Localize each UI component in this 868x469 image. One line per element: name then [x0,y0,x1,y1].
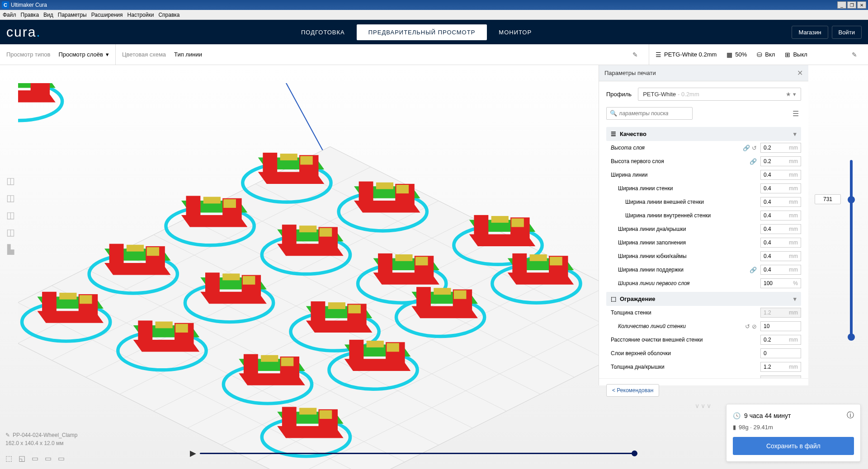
close-window-button[interactable]: ✕ [857,1,866,9]
recommended-button[interactable]: < Рекомендован [606,384,659,397]
profile-selector[interactable]: PETG-White - 0.2mm ★ ▾ [638,88,801,101]
initial-line-width-input[interactable]: 100% [760,278,801,288]
link-icon[interactable]: 🔗 [750,267,757,273]
print-time: 9 часа 44 минут [744,412,791,419]
chevron-down-icon: ▾ [106,51,109,58]
panel-close-icon[interactable]: ✕ [797,69,803,77]
app-header: cura. ПОДГОТОВКА ПРЕДВАРИТЕЛЬНЫЙ ПРОСМОТ… [0,20,868,44]
pencil-icon[interactable]: ✎ [5,432,10,438]
view-front-icon[interactable]: ▭ [32,454,38,463]
wall-line-count-input[interactable]: 10 [760,321,801,331]
menu-file[interactable]: Файл [3,12,16,18]
marketplace-button[interactable]: Магазин [792,26,828,39]
timeline-track[interactable] [200,453,637,454]
layer-slider-bottom-handle[interactable] [848,333,855,341]
timeline-handle[interactable] [632,450,637,456]
menu-settings[interactable]: Параметры [58,12,87,18]
inner-wall-line-width-input[interactable]: 0.4mm [760,211,801,220]
category-walls[interactable]: ⬚ Ограждение ▾ [606,292,801,306]
reset-icon[interactable]: ↺ [752,145,757,151]
minimize-button[interactable]: _ [837,1,846,9]
outer-wall-line-width-input[interactable]: 0.4mm [760,197,801,207]
adhesion-summary: ⊞Выкл [785,51,807,58]
edit-settings-icon[interactable]: ✎ [852,51,862,58]
tab-preview[interactable]: ПРЕДВАРИТЕЛЬНЫЙ ПРОСМОТР [357,24,487,40]
color-scheme-dropdown[interactable]: Тип линии [174,51,202,58]
support-line-width-input[interactable]: 0.4mm [760,265,801,275]
chevron-down-icon: ▾ [793,131,797,137]
menu-extensions[interactable]: Расширения [91,12,123,18]
initial-layer-height-input[interactable]: 0.2mm [760,156,801,166]
support-icon: ⛁ [757,51,762,58]
top-bottom-thickness-input[interactable]: 1.2mm [760,362,801,372]
model-info: ✎PP-044-024-Wheel_Clamp 162.0 x 140.4 x … [5,432,77,446]
view-iso-icon[interactable]: ◱ [19,454,25,463]
link-icon[interactable]: 🔗 [743,145,750,151]
link-icon[interactable]: 🔗 [750,158,757,165]
layer-slider-top-handle[interactable] [848,196,855,203]
tool-model-1[interactable]: ◫ [3,174,18,188]
fx-icon[interactable]: ⊘ [752,323,757,330]
menu-bar: Файл Правка Вид Параметры Расширения Нас… [0,10,868,20]
cura-logo: cura. [6,24,41,40]
left-toolbar: ◫ ◫ ◫ ◫ ▙ [3,174,18,257]
skirt-line-width-input[interactable]: 0.4mm [760,251,801,261]
settings-search-input[interactable] [606,107,693,120]
play-icon[interactable]: ▶ [190,448,196,458]
build-plate [18,83,642,469]
tool-model-5[interactable]: ▙ [3,242,18,257]
tool-model-3[interactable]: ◫ [3,208,18,222]
outer-wall-wipe-input[interactable]: 0.2mm [760,335,801,345]
app-icon: C [2,1,9,9]
tab-monitor[interactable]: МОНИТОР [487,24,543,40]
model-dimensions: 162.0 x 140.4 x 12.0 мм [5,440,77,446]
window-title: Ultimaker Cura [11,2,837,8]
adhesion-icon: ⊞ [785,51,790,58]
reset-icon[interactable]: ↺ [745,323,750,330]
view-side-icon[interactable]: ▭ [45,454,52,463]
menu-preferences[interactable]: Настройки [127,12,154,18]
tool-model-2[interactable]: ◫ [3,191,18,205]
menu-view[interactable]: Вид [43,12,53,18]
profile-label: Профиль [606,91,632,98]
layer-slider[interactable]: 731 [811,151,861,345]
menu-edit[interactable]: Правка [21,12,39,18]
edit-icon[interactable]: ✎ [632,51,642,58]
infill-line-width-input[interactable]: 0.4mm [760,238,801,248]
category-quality[interactable]: ☰ Качество ▾ [606,127,801,141]
search-icon: 🔍 [610,110,617,117]
main-viewport: ◫ ◫ ◫ ◫ ▙ ✎PP-044-024-Wheel_Clamp 162.0 … [0,65,868,469]
view-top-icon[interactable]: ▭ [58,454,65,463]
layers-icon: ☰ [656,51,661,58]
view-types-label: Просмотр типов [6,51,50,58]
support-summary: ⛁Вкл [757,51,775,58]
layer-slider-track[interactable] [850,160,853,336]
profile-summary[interactable]: ☰PETG-White 0.2mm [656,51,717,58]
settings-list[interactable]: ☰ Качество ▾ Высота слоя🔗↺0.2mm Высота п… [599,125,808,378]
tab-prepare[interactable]: ПОДГОТОВКА [289,24,357,40]
chevron-down-icon: ▾ [793,295,797,302]
top-thickness-input[interactable]: 1.2mm [760,375,801,378]
wall-thickness-input[interactable]: 1.2mm [760,308,801,318]
menu-help[interactable]: Справка [158,12,179,18]
save-to-file-button[interactable]: Сохранить в файл [733,437,854,455]
top-bottom-line-width-input[interactable]: 0.4mm [760,224,801,234]
material-icon: ▮ [733,424,736,431]
settings-menu-icon[interactable]: ☰ [790,107,801,120]
wall-line-width-input[interactable]: 0.4mm [760,183,801,193]
material-usage: 98g · 29.41m [739,424,773,431]
layer-value-badge: 731 [815,194,841,204]
tool-model-4[interactable]: ◫ [3,225,18,239]
window-title-bar: C Ultimaker Cura _ ❐ ✕ [0,0,868,10]
top-skin-layers-input[interactable]: 0 [760,348,801,358]
view-cube-icon[interactable]: ⬚ [5,454,12,463]
info-icon[interactable]: ⓘ [847,411,854,420]
layer-height-input[interactable]: 0.2mm [760,143,801,153]
print-settings-panel: Параметры печати ✕ Профиль PETG-White - … [599,65,808,385]
maximize-button[interactable]: ❐ [847,1,856,9]
view-type-dropdown[interactable]: Просмотр слоёв ▾ [58,51,109,58]
simulation-timeline[interactable]: ▶ [190,448,637,458]
signin-button[interactable]: Войти [832,26,862,39]
line-width-input[interactable]: 0.4mm [760,170,801,180]
color-scheme-label: Цветовая схема [122,51,166,58]
